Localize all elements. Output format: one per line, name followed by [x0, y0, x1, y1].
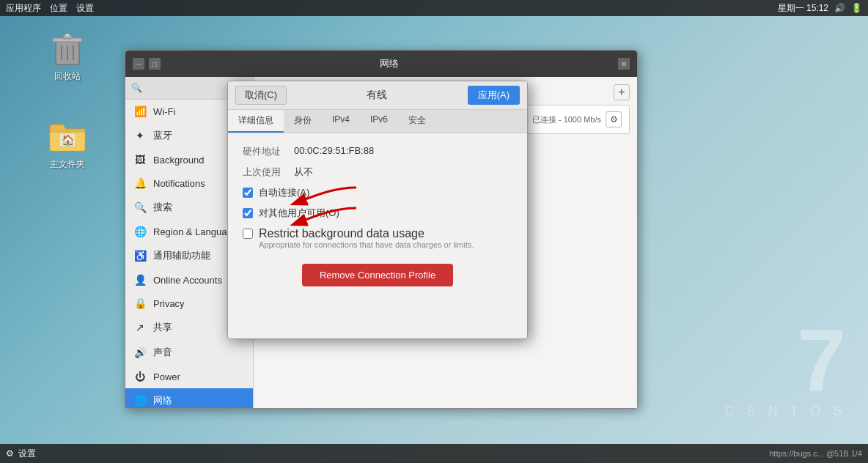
dialog-tabs: 详细信息 身份 IPv4 IPv6 安全	[228, 110, 527, 133]
recycle-bin-label: 回收站	[38, 70, 97, 83]
close-button[interactable]: ✕	[618, 58, 630, 70]
taskbar-settings-label: 设置	[18, 448, 36, 460]
volume-icon[interactable]: 🔊	[834, 3, 845, 13]
online-accounts-icon: 👤	[134, 274, 146, 286]
restrict-title: Restrict background data usage	[259, 227, 474, 240]
centos-brand: C E N T O S	[725, 404, 846, 419]
desktop-icon-home[interactable]: 🏠 主文件夹	[38, 117, 97, 171]
last-used-value: 从不	[294, 166, 313, 179]
settings-gear-icon: ⚙	[6, 448, 14, 459]
taskbar-top-left: 应用程序 位置 设置	[6, 2, 94, 15]
taskbar-bottom-right: https://bugs.c... @51B 1/4	[769, 449, 862, 458]
restrict-row: Restrict background data usage Appropria…	[243, 227, 512, 249]
centos-version-number: 7	[725, 316, 846, 404]
restrict-checkbox[interactable]	[243, 229, 253, 239]
taskbar-top: 应用程序 位置 设置 星期一 15:12 🔊 🔋	[0, 0, 868, 16]
network-item-controls: 已连接 - 1000 Mb/s ⚙	[532, 111, 622, 127]
mac-label: 硬件地址	[243, 145, 294, 158]
sidebar-item-wifi-label: Wi-Fi	[153, 106, 175, 117]
notifications-icon: 🔔	[134, 177, 146, 189]
auto-connect-row: 自动连接(A)	[243, 186, 512, 199]
share-icon: ↗	[134, 322, 146, 333]
desktop: 应用程序 位置 设置 星期一 15:12 🔊 🔋 回收站	[0, 0, 868, 463]
dialog-header: 取消(C) 有线 应用(A)	[228, 81, 527, 110]
svg-text:🏠: 🏠	[62, 134, 75, 147]
menu-places[interactable]: 位置	[50, 2, 67, 15]
all-users-checkbox[interactable]	[243, 208, 253, 218]
wifi-icon: 📶	[134, 105, 146, 117]
power-icon: ⏻	[134, 371, 146, 382]
auto-connect-container: 自动连接(A)	[243, 186, 512, 199]
taskbar-bottom-left: ⚙ 设置	[6, 448, 36, 460]
desktop-icon-recycle[interactable]: 回收站	[38, 29, 97, 83]
settings-window-title: 网络	[161, 57, 618, 70]
sidebar-item-notifications-label: Notifications	[153, 178, 205, 189]
sidebar-item-network[interactable]: 🌐 网络	[125, 388, 253, 408]
sound-icon: 🔊	[134, 347, 146, 358]
dialog-title: 有线	[367, 89, 387, 102]
background-icon: 🖼	[134, 154, 146, 166]
datetime: 星期一 15:12	[778, 2, 828, 15]
sidebar-item-privacy-label: Privacy	[153, 298, 185, 309]
wired-status: 已连接 - 1000 Mb/s	[532, 114, 601, 125]
home-folder-icon: 🏠	[48, 117, 87, 155]
all-users-label: 对其他用户可用(O)	[259, 207, 339, 220]
auto-connect-label: 自动连接(A)	[259, 186, 309, 199]
sidebar-item-search-label: 搜索	[153, 201, 172, 214]
search-icon: 🔍	[131, 83, 142, 93]
apply-button[interactable]: 应用(A)	[468, 86, 520, 105]
connection-dialog: 取消(C) 有线 应用(A) 详细信息 身份 IPv4 IPv6 安全 硬件地址…	[227, 81, 528, 339]
tab-ipv6[interactable]: IPv6	[360, 110, 398, 133]
sidebar-item-power-label: Power	[153, 371, 180, 382]
bluetooth-icon: ✦	[134, 130, 146, 141]
sidebar-item-network-label: 网络	[153, 394, 172, 407]
sidebar-item-online-label: Online Accounts	[153, 275, 222, 286]
taskbar-top-right: 星期一 15:12 🔊 🔋	[778, 2, 862, 15]
sidebar-item-share-label: 共享	[153, 321, 172, 334]
dialog-content: 硬件地址 00:0C:29:51:FB:88 上次使用 从不 自动连接(A)	[228, 133, 527, 338]
sidebar-item-background-label: Background	[153, 155, 204, 166]
sidebar-item-sound[interactable]: 🔊 声音	[125, 340, 253, 365]
network-settings-button[interactable]: ⚙	[606, 111, 622, 127]
last-used-row: 上次使用 从不	[243, 166, 512, 179]
tab-security[interactable]: 安全	[398, 110, 436, 133]
svg-point-6	[65, 34, 70, 37]
sidebar-item-sound-label: 声音	[153, 346, 172, 359]
window-controls-left: ─ □	[133, 58, 161, 70]
tab-identity[interactable]: 身份	[284, 110, 322, 133]
menu-settings[interactable]: 设置	[76, 2, 94, 15]
sidebar-item-bluetooth-label: 蓝牙	[153, 129, 172, 142]
network-icon: 🌐	[134, 395, 146, 407]
add-network-button[interactable]: +	[614, 84, 630, 100]
mac-value: 00:0C:29:51:FB:88	[294, 145, 374, 158]
sidebar-item-power[interactable]: ⏻ Power	[125, 365, 253, 388]
restrict-subtitle: Appropriate for connections that have da…	[259, 240, 474, 249]
restrict-text-container: Restrict background data usage Appropria…	[259, 227, 474, 249]
recycle-bin-icon	[48, 29, 87, 67]
region-icon: 🌐	[134, 226, 146, 237]
tab-details[interactable]: 详细信息	[228, 110, 284, 133]
last-used-label: 上次使用	[243, 166, 294, 179]
sidebar-item-region-label: Region & Language	[153, 226, 238, 237]
centos-watermark: 7 C E N T O S	[725, 316, 846, 419]
menu-apps[interactable]: 应用程序	[6, 2, 41, 15]
battery-icon: 🔋	[851, 3, 862, 13]
privacy-icon: 🔒	[134, 297, 146, 309]
minimize-button[interactable]: ─	[133, 58, 144, 70]
home-folder-label: 主文件夹	[38, 158, 97, 171]
settings-titlebar: ─ □ 网络 ✕	[125, 51, 637, 77]
mac-address-row: 硬件地址 00:0C:29:51:FB:88	[243, 145, 512, 158]
auto-connect-checkbox[interactable]	[243, 188, 253, 198]
accessibility-icon: ♿	[134, 250, 146, 262]
search-nav-icon: 🔍	[134, 201, 146, 213]
maximize-button[interactable]: □	[149, 58, 161, 70]
remove-connection-button[interactable]: Remove Connection Profile	[302, 264, 453, 286]
taskbar-bottom: ⚙ 设置 https://bugs.c... @51B 1/4	[0, 444, 868, 463]
all-users-row: 对其他用户可用(O)	[243, 207, 512, 220]
tab-ipv4[interactable]: IPv4	[322, 110, 360, 133]
sidebar-item-accessibility-label: 通用辅助功能	[153, 249, 210, 262]
cancel-button[interactable]: 取消(C)	[235, 86, 287, 105]
all-users-container: 对其他用户可用(O)	[243, 207, 512, 220]
